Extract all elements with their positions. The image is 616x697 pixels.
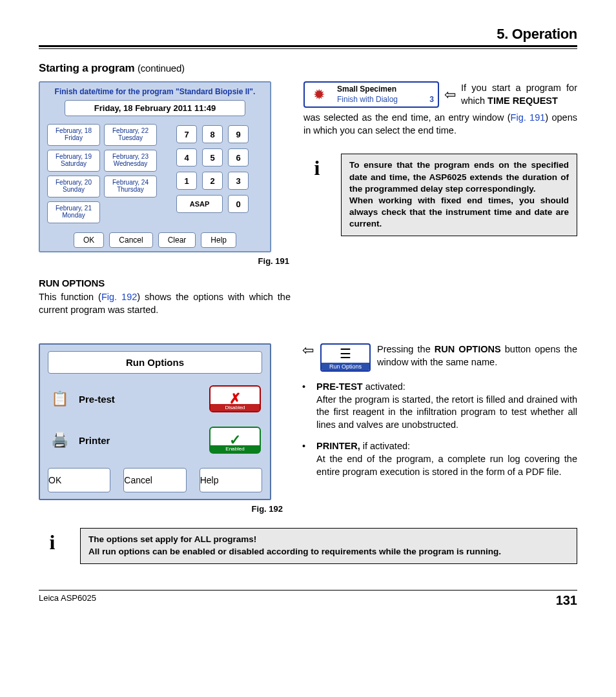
footer-rule [39, 590, 577, 591]
info-note-2: The options set apply for ALL programs! … [80, 528, 577, 564]
time-request-paragraph-inline: If you start a pro­gram for which TIME R… [461, 82, 577, 107]
heading-main: Starting a program [39, 62, 134, 74]
help-button[interactable]: Help [201, 232, 236, 248]
numpad-button[interactable]: 4 [176, 148, 197, 167]
clipboard-icon: 📋 [49, 389, 70, 409]
numpad-button[interactable]: 5 [202, 148, 223, 167]
numpad-button[interactable]: 7 [176, 125, 197, 143]
clear-button[interactable]: Clear [158, 232, 196, 248]
numpad-button[interactable]: 2 [202, 172, 223, 190]
asap-button[interactable]: ASAP [176, 195, 223, 213]
list-icon: ☰ [340, 347, 351, 360]
arrow-left-icon: ⇦ [302, 343, 314, 358]
time-request-paragraph: was selected as the end time, an entry w… [303, 112, 577, 137]
figure-caption-191: Fig. 191 [39, 256, 289, 266]
date-selection-grid: February, 18Friday February, 22Tuesday F… [47, 124, 157, 223]
numpad-button[interactable]: 8 [202, 125, 223, 143]
toggle-state: Enabled [210, 445, 260, 452]
finish-datetime-dialog: Finish date/time for the program "Standa… [39, 81, 271, 252]
cancel-button[interactable]: Cancel [123, 468, 186, 492]
option-label: Pre-test [79, 394, 200, 405]
section-header: 5. Operation [39, 26, 577, 43]
run-options-desc: Pressing the RUN OPTIONS button opens th… [377, 343, 577, 369]
numpad-button[interactable]: 1 [176, 172, 197, 190]
date-option-button[interactable]: February, 23Wednesday [104, 150, 157, 172]
figure-caption-192: Fig. 192 [39, 504, 283, 514]
option-label: Printer [79, 435, 200, 446]
date-option-button[interactable]: February, 18Friday [47, 124, 100, 146]
date-option-button[interactable]: February, 19Saturday [47, 150, 100, 172]
program-subline: Finish with Dialog [337, 95, 398, 105]
date-option-button[interactable]: February, 20Sunday [47, 176, 100, 197]
numpad-button[interactable]: 6 [228, 148, 249, 167]
option-toggle-enabled[interactable]: ✓ Enabled [209, 427, 261, 454]
numpad-button[interactable]: 3 [228, 172, 249, 190]
figure-reference: Fig. 192 [101, 292, 137, 302]
button-label: Run Options [322, 363, 369, 370]
numpad-zero-button[interactable]: 0 [228, 195, 249, 213]
starting-heading: Starting a program (continued) [39, 62, 577, 75]
rule-thick [39, 45, 577, 47]
run-option-row: 📋 Pre-test ✗ Disabled [49, 385, 261, 412]
run-options-button[interactable]: ☰ Run Options [320, 343, 371, 372]
ok-button[interactable]: OK [48, 468, 110, 492]
dialog-title: Finish date/time for the program "Standa… [43, 87, 267, 96]
page-number: 131 [556, 593, 577, 608]
run-options-intro: This function (Fig. 192) shows the optio… [39, 291, 291, 316]
numpad-button[interactable]: 9 [228, 125, 249, 143]
figure-reference: Fig. 191 [511, 112, 546, 123]
program-count: 3 [429, 95, 434, 105]
info-icon: i [303, 154, 331, 236]
toggle-state: Disabled [210, 404, 260, 411]
bullet-item: • PRE-TEST activated: After the program … [302, 381, 577, 431]
arrow-left-icon: ⇦ [444, 88, 456, 102]
ok-button[interactable]: OK [74, 232, 104, 248]
run-options-dialog: Run Options 📋 Pre-test ✗ Disabled 🖨️ Pri… [39, 343, 271, 500]
time-numpad: 7 8 9 4 5 6 1 2 3 ASAP 0 [162, 124, 263, 223]
specimen-icon: ✹ [305, 83, 333, 106]
cancel-button[interactable]: Cancel [109, 232, 152, 248]
bullet-item: • PRINTER, if activated: At the end of t… [302, 440, 577, 478]
printer-icon: 🖨️ [49, 430, 70, 450]
option-toggle-disabled[interactable]: ✗ Disabled [209, 385, 261, 412]
date-option-button[interactable]: February, 22Tuesday [104, 124, 157, 146]
selected-datetime-display: Friday, 18 February 2011 11:49 [65, 100, 245, 116]
date-option-button[interactable]: February, 21Monday [47, 201, 100, 223]
info-icon: i [39, 528, 66, 554]
help-button[interactable]: Help [200, 468, 262, 492]
run-option-row: 🖨️ Printer ✓ Enabled [49, 427, 261, 454]
rule-thin [39, 48, 577, 49]
run-options-title: Run Options [48, 351, 262, 374]
run-options-heading: RUN OPTIONS [39, 278, 291, 288]
heading-continued: (continued) [138, 63, 185, 74]
program-name: Small Specimen [337, 85, 434, 95]
footer-product: Leica ASP6025 [39, 593, 96, 608]
program-chip[interactable]: ✹ Small Specimen Finish with Dialog3 [303, 81, 439, 108]
info-note-1: To ensure that the program ends on the s… [341, 154, 577, 236]
date-option-button[interactable]: February, 24Thursday [104, 176, 157, 197]
